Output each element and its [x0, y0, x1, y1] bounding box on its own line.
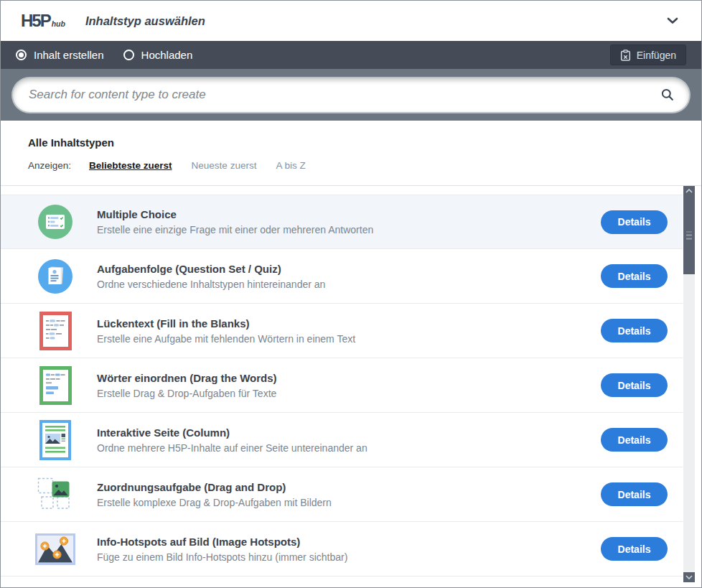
content-type-row[interactable]: Wörter einordnen (Drag the Words) Erstel… [1, 358, 683, 413]
content-type-row[interactable]: Info-Hotspots auf Bild (Image Hotspots) … [1, 522, 683, 577]
chevron-down-icon[interactable] [664, 14, 681, 27]
content-type-row[interactable]: Aufgabenfolge (Question Set / Quiz) Ordn… [1, 249, 683, 304]
sort-option-newest[interactable]: Neueste zuerst [192, 160, 257, 171]
content-type-description: Erstelle eine Aufgabe mit fehlenden Wört… [97, 333, 601, 345]
drag-drop-icon [35, 475, 75, 515]
content-type-text: Zuordnungsaufgabe (Drag and Drop) Erstel… [97, 481, 601, 508]
content-type-description: Erstelle komplexe Drag & Drop-Aufgaben m… [97, 497, 601, 508]
content-type-text: Lückentext (Fill in the Blanks) Erstelle… [97, 317, 601, 345]
scroll-up-button[interactable] [683, 186, 695, 196]
content-type-description: Ordne verschiedene Inhaltstypen hinterei… [97, 279, 601, 290]
sort-option-az[interactable]: A bis Z [276, 160, 305, 171]
scrollbar[interactable] [683, 186, 695, 582]
details-button[interactable]: Details [601, 210, 668, 234]
content-type-list-wrap: Multiple Choice Erstelle eine einzige Fr… [1, 185, 701, 582]
paste-icon [620, 50, 631, 61]
page-title: Alle Inhaltstypen [1, 121, 701, 149]
content-type-text: Interaktive Seite (Column) Ordne mehrere… [97, 426, 601, 454]
content-type-description: Füge zu einem Bild Info-Hotspots hinzu (… [97, 551, 601, 563]
sort-option-popular[interactable]: Beliebteste zuerst [89, 160, 172, 171]
column-icon [35, 420, 75, 460]
content-type-title: Aufgabenfolge (Question Set / Quiz) [97, 263, 601, 275]
title-bar: H5P hub Inhaltstyp auswählen [1, 1, 701, 41]
drag-words-icon [35, 365, 75, 406]
content-type-title: Multiple Choice [97, 208, 601, 220]
scroll-down-button[interactable] [683, 572, 695, 582]
mode-menubar: Inhalt erstellen Hochladen Einfügen [1, 41, 701, 69]
scrollbar-thumb[interactable] [683, 196, 695, 274]
radio-unselected-icon [123, 50, 134, 60]
paste-button[interactable]: Einfügen [610, 45, 686, 65]
content-type-title: Info-Hotspots auf Bild (Image Hotspots) [97, 536, 601, 548]
h5p-logo-text: H5P [21, 11, 50, 31]
content-type-description: Erstelle Drag & Drop-Aufgaben für Texte [97, 388, 601, 399]
details-button[interactable]: Details [601, 482, 668, 506]
paste-button-label: Einfügen [637, 50, 676, 61]
radio-create-label: Inhalt erstellen [34, 49, 104, 61]
dialog-title: Inhaltstyp auswählen [85, 14, 205, 28]
search-section [1, 69, 701, 121]
h5p-hub-dialog: H5P hub Inhaltstyp auswählen Inhalt erst… [0, 0, 702, 588]
search-icon[interactable] [660, 88, 675, 102]
content-type-title: Lückentext (Fill in the Blanks) [97, 317, 601, 330]
details-button[interactable]: Details [601, 373, 668, 397]
details-button[interactable]: Details [601, 537, 668, 561]
content-type-text: Info-Hotspots auf Bild (Image Hotspots) … [97, 536, 601, 563]
content-type-row[interactable]: Lückentext (Fill in the Blanks) Erstelle… [1, 304, 683, 358]
content-type-row[interactable]: Zuordnungsaufgabe (Drag and Drop) Erstel… [1, 467, 683, 522]
content-type-row[interactable]: Interaktive Seite (Column) Ordne mehrere… [1, 413, 683, 467]
search-input[interactable] [27, 87, 660, 103]
sort-row: Anzeigen: Beliebteste zuerst Neueste zue… [28, 160, 701, 171]
sort-label: Anzeigen: [28, 160, 71, 171]
scrollbar-grip-icon [686, 231, 692, 239]
hub-logo-suffix: hub [52, 19, 65, 28]
h5p-hub-logo: H5P hub [21, 11, 65, 31]
details-button[interactable]: Details [601, 319, 668, 342]
content-type-title: Zuordnungsaufgabe (Drag and Drop) [97, 481, 601, 493]
content-type-text: Multiple Choice Erstelle eine einzige Fr… [97, 208, 601, 235]
content-type-title: Interaktive Seite (Column) [97, 426, 601, 439]
content-type-text: Wörter einordnen (Drag the Words) Erstel… [97, 372, 601, 399]
content-type-description: Erstelle eine einzige Frage mit einer od… [97, 224, 601, 235]
radio-upload-label: Hochladen [141, 49, 193, 61]
content-type-title: Wörter einordnen (Drag the Words) [97, 372, 601, 384]
content-area: Alle Inhaltstypen Anzeigen: Beliebteste … [1, 121, 701, 587]
image-hotspots-icon [35, 529, 75, 569]
question-set-icon [35, 256, 75, 297]
radio-selected-icon [16, 50, 27, 60]
content-type-text: Aufgabenfolge (Question Set / Quiz) Ordn… [97, 263, 601, 290]
fill-blanks-icon [35, 311, 75, 351]
multiple-choice-icon [35, 202, 75, 242]
search-field [13, 78, 689, 112]
details-button[interactable]: Details [601, 264, 668, 288]
radio-upload[interactable]: Hochladen [123, 49, 193, 61]
content-type-row[interactable]: Multiple Choice Erstelle eine einzige Fr… [1, 195, 683, 249]
details-button[interactable]: Details [601, 428, 668, 452]
content-type-description: Ordne mehrere H5P-Inhalte auf einer Seit… [97, 442, 601, 454]
content-type-list: Multiple Choice Erstelle eine einzige Fr… [1, 195, 701, 577]
radio-create-content[interactable]: Inhalt erstellen [16, 49, 104, 61]
